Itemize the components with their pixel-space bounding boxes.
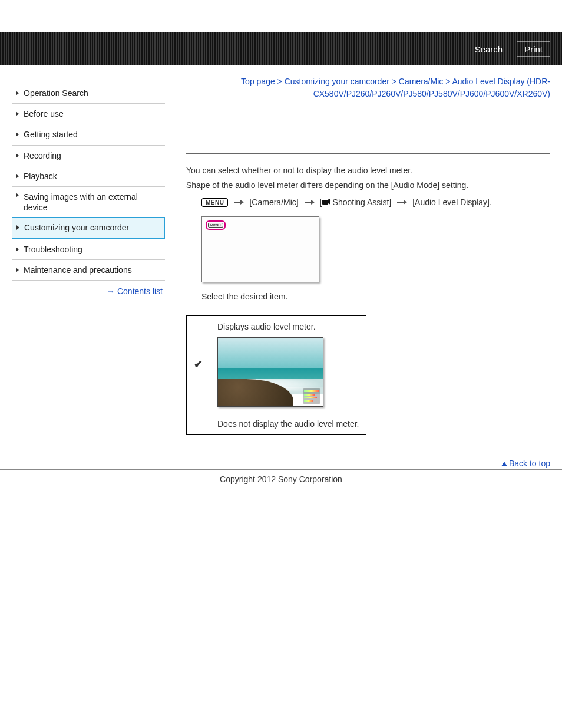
nav-item-saving-images[interactable]: Saving images with an external device (12, 186, 165, 218)
arrow-right-icon (305, 202, 314, 203)
nav-item-customizing[interactable]: Customizing your camcorder (12, 217, 165, 238)
print-button[interactable]: Print (517, 41, 550, 57)
breadcrumb-sep: > (277, 77, 282, 86)
intro-line-2: Shape of the audio level meter differs d… (186, 179, 550, 192)
copyright-text: Copyright 2012 Sony Corporation (0, 470, 562, 484)
menu-chip-label: MENU (208, 223, 223, 228)
shooting-assist-icon (322, 198, 332, 205)
nav-list: Operation Search Before use Getting star… (12, 83, 165, 281)
breadcrumb-top[interactable]: Top page (241, 77, 275, 86)
breadcrumb-sep: > (445, 77, 450, 86)
sample-image-on (217, 337, 323, 407)
path-step-shooting-assist-text: Shooting Assist] (333, 197, 392, 207)
footer-row: Back to top (0, 459, 562, 470)
menu-navigation-path: MENU [Camera/Mic] [Shooting Assist] [Aud… (201, 197, 550, 207)
option-on-desc: Displays audio level meter. (217, 322, 316, 331)
select-instruction: Select the desired item. (201, 292, 550, 301)
lcd-screen-illustration: MENU (201, 216, 319, 282)
contents-list-link[interactable]: →Contents list (12, 281, 165, 296)
arrow-right-icon (397, 202, 406, 203)
nav-item-troubleshooting[interactable]: Troubleshooting (12, 239, 165, 259)
search-button[interactable]: Search (469, 41, 509, 57)
table-row: Does not display the audio level meter. (187, 413, 366, 435)
nav-item-operation-search[interactable]: Operation Search (12, 83, 165, 103)
nav-item-playback[interactable]: Playback (12, 166, 165, 186)
intro-line-1: You can select whether or not to display… (186, 164, 550, 177)
option-desc-cell: Does not display the audio level meter. (210, 413, 366, 435)
svg-rect-0 (322, 200, 328, 205)
checkmark-icon: ✔ (194, 358, 203, 370)
menu-button-icon: MENU (201, 198, 228, 207)
path-step-camera-mic: [Camera/Mic] (249, 197, 298, 207)
header-bar: Search Print (0, 32, 562, 65)
header-buttons: Search Print (469, 41, 550, 57)
path-step-shooting-assist: [Shooting Assist] (320, 197, 392, 207)
option-off-desc: Does not display the audio level meter. (217, 419, 359, 429)
breadcrumb-l1[interactable]: Customizing your camcorder (285, 77, 389, 86)
divider (186, 153, 550, 154)
back-to-top-link[interactable]: Back to top (501, 459, 550, 468)
main-content: Top page > Customizing your camcorder > … (165, 65, 550, 435)
breadcrumb-sep: > (392, 77, 396, 86)
arrow-right-icon (234, 202, 243, 203)
option-desc-cell: Displays audio level meter. (210, 316, 366, 413)
menu-highlight-icon: MENU (206, 220, 226, 230)
path-step-audio-level-display: [Audio Level Display]. (412, 197, 492, 207)
nav-item-before-use[interactable]: Before use (12, 103, 165, 124)
arrow-right-icon: → (107, 286, 115, 296)
table-row: ✔ Displays audio level meter. (187, 316, 366, 413)
breadcrumb-l2[interactable]: Camera/Mic (399, 77, 443, 86)
triangle-up-icon (501, 462, 507, 466)
back-to-top-label: Back to top (509, 459, 550, 468)
sidebar: Operation Search Before use Getting star… (12, 65, 165, 435)
nav-item-getting-started[interactable]: Getting started (12, 124, 165, 144)
breadcrumb: Top page > Customizing your camcorder > … (186, 75, 550, 100)
audio-level-meter-icon (303, 388, 320, 404)
option-check-cell: ✔ (187, 316, 210, 413)
option-check-cell (187, 413, 210, 435)
contents-list-label[interactable]: Contents list (117, 286, 163, 296)
options-table: ✔ Displays audio level meter. Does not d… (186, 315, 366, 435)
nav-item-maintenance[interactable]: Maintenance and precautions (12, 259, 165, 280)
nav-item-recording[interactable]: Recording (12, 145, 165, 166)
